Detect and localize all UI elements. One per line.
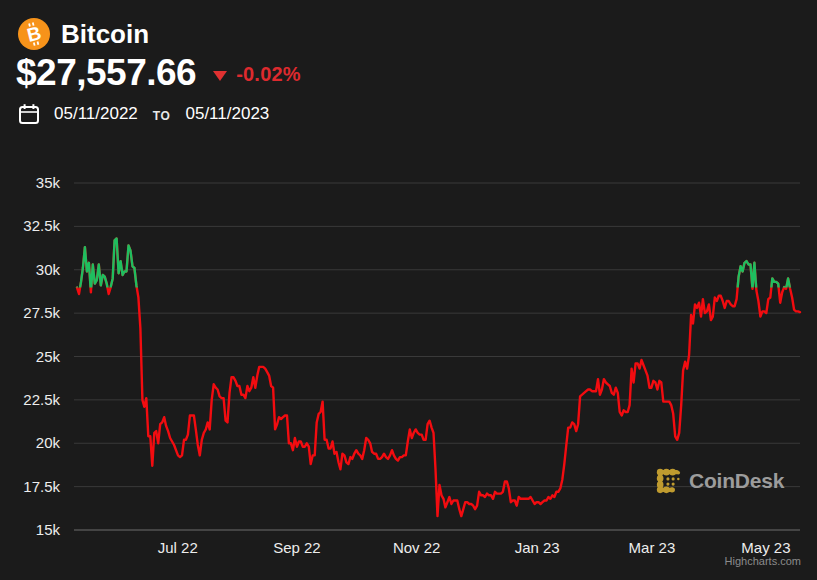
y-axis-label: 32.5k xyxy=(23,217,60,234)
highcharts-credit[interactable]: Highcharts.com xyxy=(725,555,801,567)
x-axis-label: Jan 23 xyxy=(515,539,560,556)
y-axis-label: 35k xyxy=(36,174,61,191)
x-axis-label: May 23 xyxy=(741,539,790,556)
x-axis-label: Mar 23 xyxy=(629,539,676,556)
x-axis-label: Nov 22 xyxy=(393,539,441,556)
coindesk-watermark: CoinDesk xyxy=(656,468,784,494)
y-axis-label: 25k xyxy=(36,348,61,365)
y-axis-label: 15k xyxy=(36,521,61,538)
bitcoin-price-widget: B Bitcoin $27,557.66 -0.02% 05/11/2022 T… xyxy=(0,0,817,580)
y-axis-label: 27.5k xyxy=(23,304,60,321)
x-axis-label: Sep 22 xyxy=(273,539,321,556)
y-axis-label: 17.5k xyxy=(23,478,60,495)
y-axis-label: 30k xyxy=(36,261,61,278)
coindesk-wordmark: CoinDesk xyxy=(689,469,784,493)
x-axis-label: Jul 22 xyxy=(158,539,198,556)
y-axis-label: 20k xyxy=(36,434,61,451)
y-axis-label: 22.5k xyxy=(23,391,60,408)
coindesk-logo-icon xyxy=(656,468,683,494)
